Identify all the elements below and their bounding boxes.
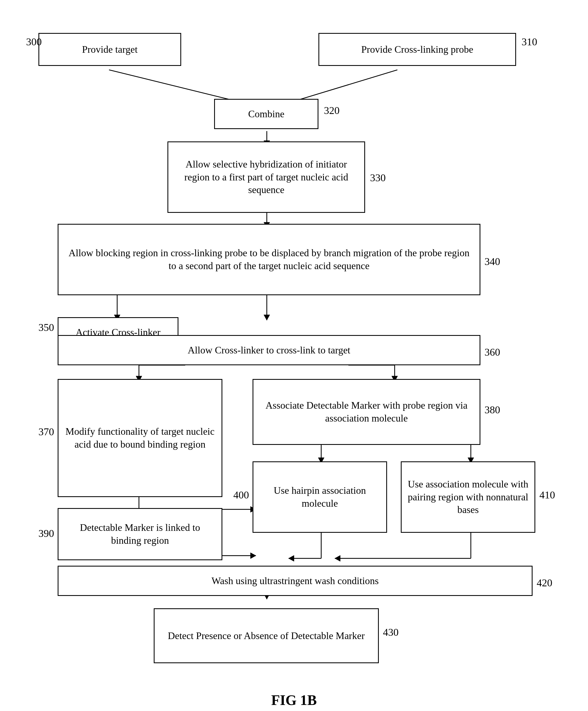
box-340-text: Allow blocking region in cross-linking p…	[64, 246, 474, 273]
svg-marker-29	[251, 553, 256, 559]
label-340: 340	[484, 255, 500, 267]
label-380: 380	[484, 404, 500, 416]
box-330: Allow selective hybridization of initiat…	[168, 142, 365, 213]
box-390-text: Detectable Marker is linked to binding r…	[64, 521, 216, 547]
label-390: 390	[39, 527, 54, 539]
box-310-text: Provide Cross-linking probe	[361, 43, 473, 56]
box-360-text: Allow Cross-linker to cross-link to targ…	[188, 344, 350, 357]
box-380: Associate Detectable Marker with probe r…	[253, 379, 480, 445]
label-350: 350	[39, 321, 54, 333]
box-400-text: Use hairpin association molecule	[259, 484, 381, 510]
box-400: Use hairpin association molecule	[253, 461, 387, 533]
label-370: 370	[39, 426, 54, 438]
label-430: 430	[383, 626, 398, 638]
box-370-text: Modify functionality of target nucleic a…	[64, 425, 216, 451]
svg-marker-12	[264, 315, 270, 320]
label-310: 310	[522, 36, 537, 48]
box-300: Provide target	[39, 33, 181, 66]
label-400: 400	[233, 489, 249, 501]
box-430-text: Detect Presence or Absence of Detectable…	[168, 629, 365, 642]
box-320: Combine	[214, 99, 319, 129]
box-300-text: Provide target	[82, 43, 137, 56]
box-410-text: Use association molecule with pairing re…	[407, 478, 529, 516]
label-410: 410	[539, 489, 555, 501]
label-330: 330	[370, 172, 386, 184]
label-300: 300	[26, 36, 42, 48]
box-370: Modify functionality of target nucleic a…	[58, 379, 222, 497]
box-410: Use association molecule with pairing re…	[401, 461, 535, 533]
label-420: 420	[537, 577, 552, 589]
label-320: 320	[324, 104, 340, 116]
box-420-text: Wash using ultrastringent wash condition…	[211, 575, 378, 587]
box-320-text: Combine	[248, 108, 284, 121]
box-360: Allow Cross-linker to cross-link to targ…	[58, 335, 480, 365]
svg-marker-41	[335, 555, 341, 561]
box-330-text: Allow selective hybridization of initiat…	[174, 158, 359, 196]
box-340: Allow blocking region in cross-linking p…	[58, 224, 480, 295]
box-420: Wash using ultrastringent wash condition…	[58, 566, 532, 596]
svg-marker-38	[288, 555, 294, 561]
box-430: Detect Presence or Absence of Detectable…	[154, 608, 379, 663]
label-360: 360	[484, 346, 500, 358]
box-380-text: Associate Detectable Marker with probe r…	[259, 399, 474, 425]
box-310: Provide Cross-linking probe	[319, 33, 516, 66]
box-390: Detectable Marker is linked to binding r…	[58, 508, 222, 560]
figure-caption: FIG 1B	[22, 692, 566, 708]
